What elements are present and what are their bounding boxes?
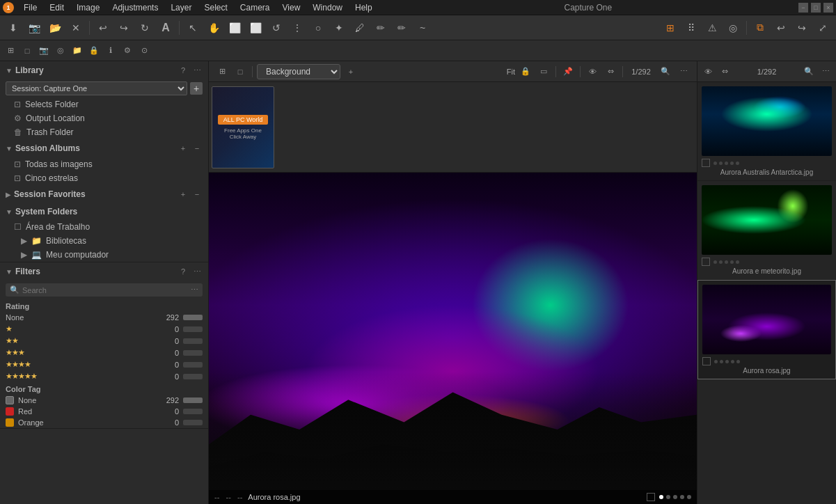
bibliotecas-item[interactable]: ▶ 📁 Bibliotecas	[0, 234, 208, 248]
vt-loupe-icon[interactable]: 🔍	[658, 64, 673, 79]
film-thumb-1-check[interactable]	[702, 159, 710, 167]
search-more-icon[interactable]: ⋯	[191, 285, 198, 294]
library-help-icon[interactable]: ?	[178, 65, 189, 76]
tb2-info-icon[interactable]: ℹ	[103, 43, 118, 58]
trash-folder-item[interactable]: 🗑 Trash Folder	[0, 125, 208, 139]
library-more-icon[interactable]: ⋯	[191, 65, 203, 76]
menu-window[interactable]: Window	[307, 1, 348, 14]
system-folders-header[interactable]: ▼ System Folders	[0, 203, 208, 220]
focus-icon[interactable]: ◎	[724, 19, 742, 37]
film-dot-1-1[interactable]	[713, 162, 717, 165]
vt-add-icon[interactable]: +	[343, 64, 358, 79]
selects-folder-item[interactable]: ⊡ Selects Folder	[0, 97, 208, 111]
tb2-single-icon[interactable]: □	[19, 43, 35, 58]
tb2-folder-icon[interactable]: 📁	[70, 43, 85, 58]
rating-dot-1[interactable]	[659, 495, 663, 499]
library-header[interactable]: ▼ Library ? ⋯	[0, 61, 208, 79]
film-dot-3-3[interactable]	[725, 360, 729, 363]
filters-header[interactable]: ▼ Filters ? ⋯	[0, 262, 208, 281]
session-fav-minus-icon[interactable]: −	[191, 189, 203, 200]
ad-thumbnail[interactable]: ALL PC World Free Apps One Click Away	[212, 86, 274, 168]
film-dot-1-5[interactable]	[736, 162, 739, 165]
tb2-lock-icon[interactable]: 🔒	[86, 43, 102, 58]
vt-pin-icon[interactable]: 📌	[560, 64, 576, 79]
area-trabalho-item[interactable]: ☐ Área de Trabalho	[0, 220, 208, 234]
menu-camera[interactable]: Camera	[235, 1, 276, 14]
menu-edit[interactable]: Edit	[44, 1, 70, 14]
text-icon[interactable]: A	[157, 19, 175, 37]
menu-view[interactable]: View	[277, 1, 306, 14]
gradient-icon[interactable]: ~	[413, 19, 432, 37]
rt-filter-icon[interactable]: ⇔	[717, 64, 732, 79]
minimize-button[interactable]: −	[798, 3, 808, 13]
fullscreen-icon[interactable]: ⤢	[814, 19, 832, 37]
film-dot-3-2[interactable]	[720, 360, 723, 363]
session-favorites-header[interactable]: ▶ Session Favorites + −	[0, 185, 208, 203]
menu-file[interactable]: File	[18, 1, 42, 14]
film-dot-2-4[interactable]	[730, 260, 734, 264]
menu-image[interactable]: Image	[71, 1, 105, 14]
session-albums-add-icon[interactable]: +	[178, 143, 189, 154]
filters-help-icon[interactable]: ?	[178, 266, 189, 277]
refresh-icon[interactable]: ↻	[136, 19, 154, 37]
rt-eye-icon[interactable]: 👁	[700, 64, 716, 79]
back-icon[interactable]: ↩	[772, 19, 790, 37]
crop-icon[interactable]: ⬜	[226, 19, 244, 37]
film-dot-3-5[interactable]	[736, 360, 740, 363]
vt-zoom-lock-icon[interactable]: 🔒	[518, 64, 533, 79]
undo-icon[interactable]: ↩	[94, 19, 112, 37]
filters-more-icon[interactable]: ⋯	[191, 266, 203, 277]
film-dot-2-1[interactable]	[713, 260, 717, 264]
hand-icon[interactable]: ✋	[205, 19, 223, 37]
vt-grid-icon[interactable]: ⊞	[214, 64, 230, 79]
film-dot-3-1[interactable]	[714, 360, 718, 363]
pen-icon[interactable]: ✏	[372, 19, 390, 37]
cinco-estrelas-item[interactable]: ⊡ Cinco estrelas	[0, 171, 208, 185]
rt-more-icon[interactable]: ⋯	[818, 64, 833, 79]
menu-select[interactable]: Select	[198, 1, 232, 14]
close-button[interactable]: ×	[823, 3, 833, 13]
film-thumb-3[interactable]: Aurora rosa.jpg	[697, 280, 836, 379]
todas-imagens-item[interactable]: ⊡ Todas as imagens	[0, 157, 208, 171]
vt-zoom-icon[interactable]: ▭	[536, 64, 551, 79]
delete-icon[interactable]: ✕	[67, 19, 85, 37]
transform-icon[interactable]: ⬜	[246, 19, 265, 37]
vt-more-icon[interactable]: ⋯	[676, 64, 691, 79]
tb2-share-icon[interactable]: ⊙	[136, 43, 152, 58]
meu-computador-item[interactable]: ▶ 💻 Meu computador	[0, 248, 208, 262]
forward-icon[interactable]: ↪	[793, 19, 811, 37]
rating-dot-5[interactable]	[687, 495, 691, 499]
rating-dot-2[interactable]	[666, 495, 670, 499]
film-dot-2-2[interactable]	[719, 260, 723, 264]
open-icon[interactable]: 📂	[46, 19, 64, 37]
film-dot-1-2[interactable]	[719, 162, 723, 165]
warning-icon[interactable]: ⚠	[703, 19, 721, 37]
import-icon[interactable]: ⬇	[4, 19, 22, 37]
film-dot-3-4[interactable]	[731, 360, 734, 363]
rating-dot-4[interactable]	[680, 495, 684, 499]
rotate-icon[interactable]: ↺	[267, 19, 285, 37]
process-icon[interactable]: ⊞	[661, 19, 679, 37]
session-albums-header[interactable]: ▼ Session Albums + −	[0, 139, 208, 157]
vt-eye-icon[interactable]: 👁	[585, 64, 600, 79]
menu-adjustments[interactable]: Adjustments	[107, 1, 164, 14]
capture-icon[interactable]: 📷	[25, 19, 43, 37]
maximize-button[interactable]: □	[811, 3, 821, 13]
caption-checkbox[interactable]	[647, 493, 655, 501]
export-icon[interactable]: ⧉	[751, 19, 769, 37]
session-select[interactable]: Session: Capture One	[6, 81, 187, 95]
eraser-icon[interactable]: ✏	[393, 19, 411, 37]
cursor-icon[interactable]: ↖	[184, 19, 202, 37]
film-thumb-2-check[interactable]	[702, 258, 710, 266]
bg-dropdown[interactable]: Background	[257, 64, 340, 79]
brush-icon[interactable]: 🖊	[351, 19, 369, 37]
tb2-grid-icon[interactable]: ⊞	[3, 43, 18, 58]
tb2-badge-icon[interactable]: ◎	[53, 43, 68, 58]
tb2-settings-icon[interactable]: ⚙	[120, 43, 135, 58]
film-thumb-2[interactable]: Aurora e meteorito.jpg	[697, 181, 836, 280]
session-albums-minus-icon[interactable]: −	[191, 143, 203, 154]
lines-icon[interactable]: ⋮	[288, 19, 306, 37]
film-dot-2-3[interactable]	[725, 260, 728, 264]
session-fav-add-icon[interactable]: +	[178, 189, 189, 200]
vt-single-icon[interactable]: □	[232, 64, 248, 79]
